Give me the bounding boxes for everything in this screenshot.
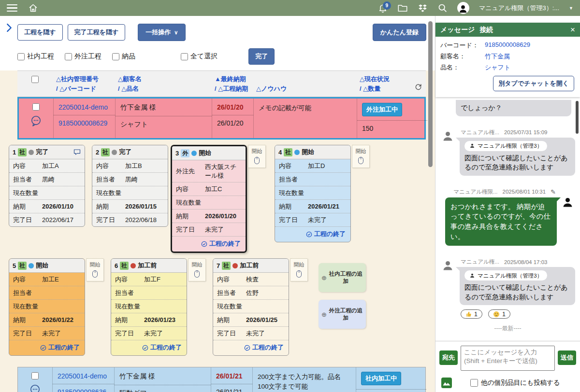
chat-bubble-icon[interactable] — [30, 115, 42, 128]
notification-bell-icon[interactable]: 9 — [378, 3, 388, 13]
user-menu-label[interactable]: マニュアル権限（管理3）:... — [479, 4, 559, 13]
filter-internal-checkbox[interactable] — [17, 53, 25, 60]
col-header-due[interactable]: ▲最終納期/ △工程納期 — [211, 71, 252, 97]
order-id-link[interactable]: 22050014-demo — [53, 367, 114, 384]
edit-pencil-icon[interactable]: ✎ — [551, 188, 556, 196]
col-header-id-barcode[interactable]: △社内管理番号/ △バーコード — [52, 71, 114, 97]
end-process-link[interactable]: 工程の終了 — [111, 340, 187, 355]
process-card[interactable]: 2社完了 内容加工B 担当者黒崎 現在数量 納期2026/01/15 完了日20… — [92, 145, 168, 227]
open-chat-new-tab-button[interactable]: 別タブでチャットを開く — [493, 76, 574, 91]
process-card[interactable]: 5社開始 内容加工E 担当者 現在数量 納期2026/01/22 完了日未完了 … — [9, 258, 85, 356]
mention-pill: マニュアル権限（管理3） — [464, 270, 547, 280]
order-barcode-link[interactable]: 9185000008636 — [53, 384, 114, 392]
complete-button[interactable]: 完了 — [248, 48, 275, 65]
mouse-icon — [254, 157, 260, 164]
mouse-icon — [92, 270, 98, 278]
col-header-customer-product[interactable]: △顧客名/ △品名 — [114, 71, 211, 97]
user-avatar[interactable] — [457, 2, 469, 14]
status-dot-icon — [29, 150, 34, 155]
drag-handle-start[interactable]: 開始 — [352, 145, 370, 168]
row-select-checkbox[interactable] — [32, 103, 40, 111]
filter-external-process[interactable]: 外注工程 — [65, 52, 102, 61]
plus-circle-icon: ⊕ — [321, 274, 327, 281]
process-card[interactable]: 1社完了 内容加工A 担当者黒崎 現在数量 納期2026/01/10 完了日20… — [9, 145, 85, 227]
user-menu-caret-icon[interactable]: ▼ — [569, 6, 573, 11]
comment-bubble-icon[interactable] — [73, 148, 81, 156]
easy-register-button[interactable]: かんたん登録 — [373, 24, 426, 41]
order-barcode-link[interactable]: 9185000008629 — [54, 115, 115, 133]
latest-divider: ----最新---- — [440, 324, 575, 333]
chat-message-list[interactable]: でしょっか？ マニュアル権...2025/07/31 15:09 マニュアル権限… — [435, 97, 580, 341]
post-other-items-checkbox[interactable] — [470, 379, 478, 387]
message-input[interactable] — [461, 346, 555, 371]
collapse-chevron-icon[interactable] — [6, 23, 12, 35]
end-process-link[interactable]: 工程の終了 — [275, 227, 350, 242]
own-avatar-icon — [561, 196, 574, 211]
message-text: 図面について確認したいことがあるので至急連絡お願いします — [464, 283, 570, 302]
status-dot-icon — [130, 263, 136, 268]
table-header: △社内管理番号/ △バーコード △顧客名/ △品名 ▲最終納期/ △工程納期 △… — [17, 70, 426, 97]
chat-message: マニュアル権...2025/07/31 15:09 マニュアル権限（管理3） 図… — [440, 129, 575, 176]
row-select-checkbox[interactable] — [31, 372, 39, 379]
bulk-action-button[interactable]: 一括操作∨ — [138, 24, 186, 41]
chat-bubble-icon[interactable] — [29, 384, 41, 392]
vertical-scrollbar-thumb[interactable] — [428, 21, 433, 167]
process-card-highlighted[interactable]: 3外開始 外注先西大阪スチール様 内容加工C 現在数量 納期2026/01/20… — [171, 145, 247, 253]
select-all[interactable]: 全て選択 — [181, 52, 218, 61]
filter-internal-process[interactable]: 社内工程 — [17, 52, 54, 61]
status-badge: 社内加工中 — [361, 372, 401, 385]
top-navigation-bar: 9 マニュアル権限（管理3）:... ▼ — [0, 0, 580, 16]
close-icon[interactable]: × — [570, 25, 575, 35]
process-card[interactable]: 6社加工前 内容加工F 担当者 現在数量 納期2026/01/23 完了日未完了… — [111, 258, 187, 356]
end-process-link[interactable]: 工程の終了 — [213, 340, 289, 355]
col-header-knowhow[interactable]: △ノウハウ — [252, 71, 356, 97]
add-external-process-button[interactable]: ⊕外注工程の追加 — [319, 300, 366, 329]
sender-avatar-icon — [441, 259, 454, 274]
sender-name: マニュアル権限... — [453, 188, 497, 196]
knowhow-memo: メモの記載が可能 — [254, 98, 357, 138]
search-icon[interactable] — [437, 3, 448, 13]
chat-message: マニュアル権...2025/08/04 17:03 マニュアル権限（管理3） 図… — [440, 258, 575, 305]
refresh-icon[interactable] — [414, 83, 422, 93]
order-row[interactable]: 22050014-demo9185000008629 竹下金属 様シャフト 26… — [17, 97, 426, 140]
attach-image-icon[interactable] — [441, 378, 452, 388]
process-card[interactable]: 4社開始 内容加工D 担当者 現在数量 納期2026/01/21 完了日未完了 … — [275, 145, 351, 242]
folder-icon[interactable] — [397, 3, 408, 13]
hide-completed-button[interactable]: 完了工程を隠す — [68, 24, 126, 41]
reaction-thumbs-up[interactable]: 1 — [461, 309, 482, 319]
order-row[interactable]: 22050014-demo9185000008636 竹下金属 様駆動ギア 26… — [17, 367, 426, 392]
drag-handle-start[interactable]: 開始 — [188, 258, 206, 281]
product-name: 駆動ギア — [115, 385, 211, 392]
header-select-checkbox[interactable] — [31, 76, 39, 83]
drag-handle-start[interactable]: 開始 — [290, 258, 308, 281]
process-cards-section: 1社完了 内容加工A 担当者黒崎 現在数量 納期2026/01/10 完了日20… — [0, 140, 435, 367]
post-other-items-option[interactable]: 他の個別品目にも投稿する — [470, 378, 560, 387]
filter-delivery-checkbox[interactable] — [112, 53, 119, 60]
process-card[interactable]: 7社加工前 内容検査 担当者佐野 現在数量 納期2026/01/25 完了日未完… — [213, 258, 289, 356]
connection-status: 接続 — [479, 26, 493, 34]
end-process-link[interactable]: 工程の終了 — [172, 237, 246, 252]
order-id-link[interactable]: 22050014-demo — [54, 98, 115, 115]
mention-pill: マニュアル権限（管理3） — [464, 141, 547, 151]
drag-handle-start[interactable]: 開始 — [86, 258, 104, 281]
hamburger-menu-icon[interactable] — [7, 4, 17, 12]
add-internal-process-button[interactable]: ⊕社内工程の追加 — [319, 263, 366, 292]
send-button[interactable]: 送信 — [558, 350, 576, 365]
dropbox-icon[interactable] — [418, 3, 428, 13]
mouse-icon — [358, 157, 363, 164]
recipient-button[interactable]: 宛先 — [439, 350, 458, 365]
select-all-checkbox[interactable] — [181, 53, 188, 60]
filter-external-checkbox[interactable] — [65, 53, 72, 60]
notification-count-badge: 9 — [383, 1, 391, 10]
hide-process-button[interactable]: 工程を隠す — [17, 24, 63, 41]
reaction-smiley[interactable]: 1 — [488, 309, 510, 319]
home-icon[interactable] — [28, 3, 38, 13]
end-process-link[interactable]: 工程の終了 — [9, 340, 85, 355]
mouse-icon — [194, 270, 200, 278]
item-info-section: バーコード：9185000008629 顧客名：竹下金属 品名：シャフト 別タブ… — [435, 37, 580, 97]
message-time: 2025/07/31 15:09 — [504, 129, 548, 135]
chat-scrollbar-thumb[interactable] — [576, 101, 579, 134]
drag-handle-start[interactable]: 開始 — [248, 145, 266, 168]
product-value: シャフト — [485, 63, 510, 72]
filter-delivery[interactable]: 納品 — [112, 52, 135, 61]
